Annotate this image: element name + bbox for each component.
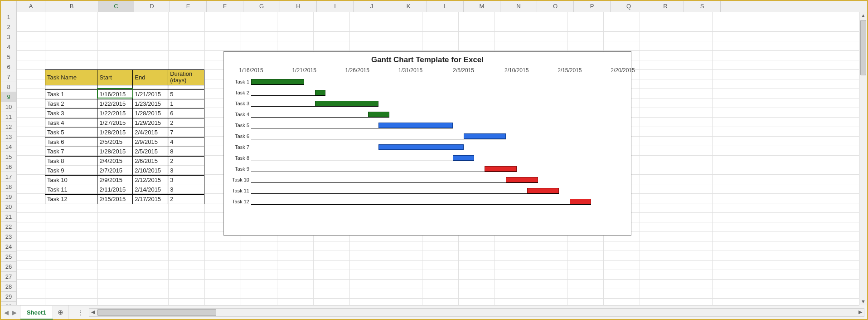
row-header[interactable]: 27 <box>1 272 16 282</box>
row-header[interactable]: 23 <box>1 232 16 242</box>
row-header[interactable]: 5 <box>1 52 16 62</box>
cell-task[interactable]: Task 10 <box>45 175 97 185</box>
cell-start[interactable]: 1/16/2015 <box>97 89 133 99</box>
table-row[interactable]: Task 71/28/20152/5/20158 <box>45 147 204 156</box>
row-header[interactable]: 25 <box>1 252 16 262</box>
cell-start[interactable]: 2/5/2015 <box>97 137 133 147</box>
new-sheet-button[interactable]: ⊕ <box>53 305 68 319</box>
cell-start[interactable]: 1/27/2015 <box>97 118 133 128</box>
gantt-bar[interactable] <box>378 123 453 128</box>
column-header[interactable]: C <box>98 1 134 12</box>
cell-end[interactable]: 1/21/2015 <box>133 89 168 99</box>
table-row[interactable]: Task 82/4/20152/6/20152 <box>45 156 204 166</box>
row-header[interactable]: 7 <box>1 72 16 82</box>
cell-duration[interactable]: 5 <box>168 89 204 99</box>
column-header[interactable]: O <box>537 1 574 12</box>
column-header[interactable]: J <box>354 1 390 12</box>
cell-end[interactable]: 2/9/2015 <box>133 137 168 147</box>
cell-start[interactable]: 2/7/2015 <box>97 166 133 175</box>
cell-task[interactable]: Task 1 <box>45 89 97 99</box>
cell-duration[interactable]: 6 <box>168 108 204 118</box>
table-row[interactable]: Task 62/5/20152/9/20154 <box>45 137 204 147</box>
select-all-corner[interactable] <box>1 1 17 12</box>
column-header[interactable]: G <box>243 1 280 12</box>
row-header[interactable]: 12 <box>1 122 16 132</box>
row-header[interactable]: 4 <box>1 42 16 52</box>
cell-start[interactable]: 1/28/2015 <box>97 128 133 137</box>
row-header[interactable]: 21 <box>1 212 16 222</box>
sheet-nav-next-icon[interactable]: ▶ <box>12 309 17 316</box>
column-header[interactable]: P <box>574 1 611 12</box>
cell-start[interactable]: 2/15/2015 <box>97 194 133 204</box>
cell-duration[interactable]: 3 <box>168 175 204 185</box>
column-header[interactable]: K <box>390 1 427 12</box>
scroll-right-icon[interactable]: ▶ <box>856 309 864 315</box>
table-row[interactable]: Task 21/22/20151/23/20151 <box>45 99 204 108</box>
column-header[interactable]: B <box>45 1 98 12</box>
sheet-tab-sheet1[interactable]: Sheet1 <box>20 306 53 320</box>
column-header[interactable]: M <box>464 1 500 12</box>
cell-duration[interactable]: 2 <box>168 194 204 204</box>
row-header[interactable]: 15 <box>1 152 16 162</box>
row-header[interactable]: 19 <box>1 192 16 202</box>
cell-start[interactable]: 1/22/2015 <box>97 99 133 108</box>
col-task-name[interactable]: Task Name <box>45 70 97 85</box>
row-header[interactable]: 13 <box>1 132 16 142</box>
cell-end[interactable]: 2/10/2015 <box>133 166 168 175</box>
cell-end[interactable]: 2/4/2015 <box>133 128 168 137</box>
column-header[interactable]: E <box>170 1 207 12</box>
gantt-bar[interactable] <box>464 133 506 139</box>
scroll-left-icon[interactable]: ◀ <box>89 309 97 315</box>
cell-end[interactable]: 2/12/2015 <box>133 175 168 185</box>
table-row[interactable]: Task 102/9/20152/12/20153 <box>45 175 204 185</box>
scroll-down-icon[interactable]: ▼ <box>859 298 867 305</box>
cell-duration[interactable]: 1 <box>168 99 204 108</box>
gantt-bar[interactable] <box>368 112 389 117</box>
cell-task[interactable]: Task 6 <box>45 137 97 147</box>
cell-task[interactable]: Task 7 <box>45 147 97 156</box>
row-header[interactable]: 6 <box>1 62 16 72</box>
vertical-scroll-thumb[interactable] <box>860 20 866 75</box>
row-header[interactable]: 10 <box>1 102 16 112</box>
row-header[interactable]: 28 <box>1 282 16 292</box>
cell-duration[interactable]: 4 <box>168 137 204 147</box>
row-header[interactable]: 18 <box>1 182 16 192</box>
row-header[interactable]: 17 <box>1 172 16 182</box>
table-row[interactable]: Task 92/7/20152/10/20153 <box>45 166 204 175</box>
row-header[interactable]: 26 <box>1 262 16 272</box>
row-header[interactable]: 29 <box>1 292 16 302</box>
cell-grid[interactable]: Task Name Start End Duration (days) Task… <box>17 12 867 305</box>
row-header[interactable]: 24 <box>1 242 16 252</box>
row-header[interactable]: 30 <box>1 302 16 305</box>
cell-end[interactable]: 1/28/2015 <box>133 108 168 118</box>
cell-duration[interactable]: 8 <box>168 147 204 156</box>
scroll-up-icon[interactable]: ▲ <box>859 12 867 20</box>
row-header[interactable]: 1 <box>1 12 16 22</box>
table-row[interactable]: Task 31/22/20151/28/20156 <box>45 108 204 118</box>
sheet-nav-buttons[interactable]: ◀ ▶ <box>1 305 20 319</box>
col-start[interactable]: Start <box>97 70 133 85</box>
cell-end[interactable]: 2/17/2015 <box>133 194 168 204</box>
gantt-bar[interactable] <box>315 90 325 95</box>
column-header[interactable]: L <box>427 1 464 12</box>
column-header[interactable]: R <box>647 1 684 12</box>
gantt-bar[interactable] <box>378 144 463 150</box>
cell-end[interactable]: 2/6/2015 <box>133 156 168 166</box>
table-row[interactable]: Task 41/27/20151/29/20152 <box>45 118 204 128</box>
horizontal-scroll-thumb[interactable] <box>97 309 216 316</box>
tab-split-handle-icon[interactable]: ⋮ <box>78 309 84 316</box>
cell-duration[interactable]: 2 <box>168 156 204 166</box>
cell-end[interactable]: 2/5/2015 <box>133 147 168 156</box>
cell-task[interactable]: Task 2 <box>45 99 97 108</box>
cell-start[interactable]: 1/22/2015 <box>97 108 133 118</box>
gantt-bar[interactable] <box>315 101 379 106</box>
column-header[interactable]: Q <box>611 1 647 12</box>
cell-end[interactable]: 1/29/2015 <box>133 118 168 128</box>
cell-task[interactable]: Task 9 <box>45 166 97 175</box>
column-header[interactable]: D <box>134 1 170 12</box>
task-data-table[interactable]: Task Name Start End Duration (days) Task… <box>45 69 204 204</box>
cell-start[interactable]: 2/4/2015 <box>97 156 133 166</box>
vertical-scrollbar[interactable]: ▲ ▼ <box>859 12 867 305</box>
cell-duration[interactable]: 7 <box>168 128 204 137</box>
cell-task[interactable]: Task 11 <box>45 185 97 194</box>
